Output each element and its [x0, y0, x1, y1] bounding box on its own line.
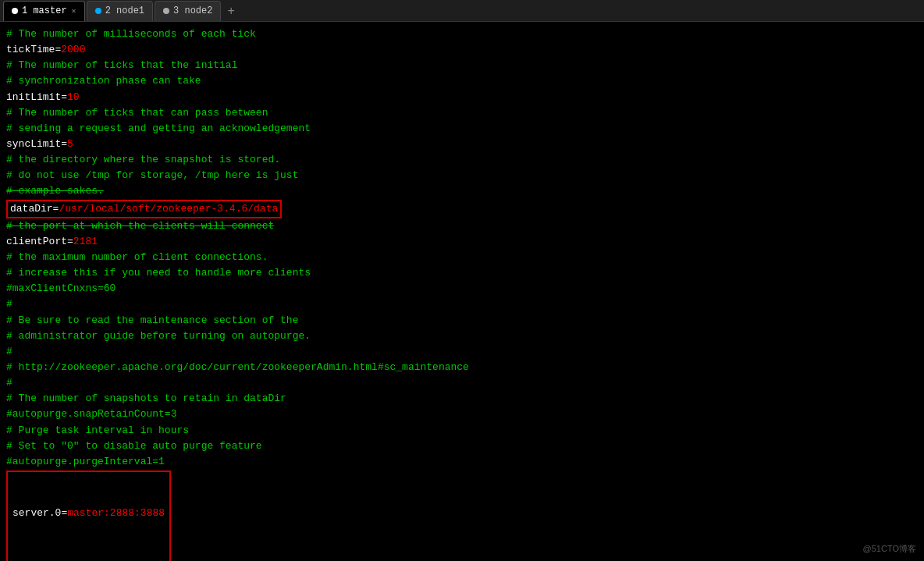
line-20: # [6, 344, 918, 360]
line-5: initLimit=10 [6, 90, 918, 105]
line-14: # the maximum number of client connectio… [6, 250, 918, 265]
line-2: tickTime=2000 [6, 42, 918, 58]
line-13: clientPort=2181 [6, 234, 918, 250]
tab-node2[interactable]: 3 node2 [155, 1, 221, 21]
line-datadir: dataDir=/usr/local/soft/zookeeper-3.4.6/… [6, 200, 918, 218]
tab-node1-label: 2 node1 [105, 5, 144, 16]
line-7: # sending a request and getting an ackno… [6, 121, 918, 137]
tab-node1[interactable]: 2 node1 [87, 1, 153, 21]
line-27: #autopurge.purgeInterval=1 [6, 454, 918, 470]
tab-node1-dot [95, 8, 101, 14]
line-12: # the port at which the clients will con… [6, 218, 918, 234]
watermark: @51CTO博客 [863, 543, 916, 555]
line-11: # example sakes. [6, 183, 918, 199]
tab-node2-dot [163, 8, 169, 14]
line-10: # do not use /tmp for storage, /tmp here… [6, 168, 918, 183]
line-3: # The number of ticks that the initial [6, 58, 918, 73]
line-15: # increase this if you need to handle mo… [6, 265, 918, 281]
line-9: # the directory where the snapshot is st… [6, 152, 918, 168]
line-8: syncLimit=5 [6, 137, 918, 152]
line-1: # The number of milliseconds of each tic… [6, 27, 918, 42]
tab-master[interactable]: 1 master ✕ [3, 1, 85, 21]
tab-master-dot [12, 8, 18, 14]
line-17: # [6, 296, 918, 312]
line-26: # Set to "0" to disable auto purge featu… [6, 439, 918, 454]
line-4: # synchronization phase can take [6, 73, 918, 89]
line-19: # administrator guide before turning on … [6, 328, 918, 344]
tab-node2-label: 3 node2 [173, 5, 212, 16]
line-18: # Be sure to read the maintenance sectio… [6, 313, 918, 328]
line-23: # The number of snapshots to retain in d… [6, 391, 918, 407]
tab-master-close[interactable]: ✕ [72, 6, 76, 16]
line-16: #maxClientCnxns=60 [6, 281, 918, 296]
add-tab-button[interactable]: + [222, 1, 239, 21]
terminal-content: # The number of milliseconds of each tic… [0, 22, 924, 561]
line-6: # The number of ticks that can pass betw… [6, 105, 918, 121]
line-24: #autopurge.snapRetainCount=3 [6, 407, 918, 422]
tab-bar: 1 master ✕ 2 node1 3 node2 + [0, 0, 924, 22]
line-25: # Purge task interval in hours [6, 423, 918, 439]
tab-master-label: 1 master [22, 5, 67, 16]
server-block: server.0=master:2888:3888 server.1=node1… [6, 470, 171, 561]
line-21: # http://zookeeper.apache.org/doc/curren… [6, 360, 918, 375]
line-22: # [6, 375, 918, 391]
